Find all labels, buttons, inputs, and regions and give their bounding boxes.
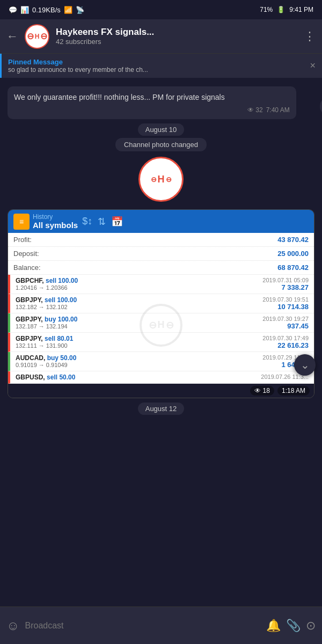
- time-display: 9:41 PM: [289, 6, 313, 13]
- trade-pair-action: GBPJPY, sell 100.00: [16, 296, 77, 304]
- channel-info[interactable]: Haykeens FX signals... 42 subscribers: [56, 27, 297, 46]
- scroll-down-button[interactable]: ⌄: [294, 354, 316, 376]
- trade-row: GBPCHF, sell 100.00 1.20416 → 1.20366 20…: [8, 275, 314, 294]
- trade-row: GBPJPY, sell 100.00 132.182 → 132.102 20…: [8, 294, 314, 313]
- trade-pair-action: GBPJPY, buy 100.00: [16, 316, 77, 323]
- pinned-close-button[interactable]: ×: [310, 60, 316, 71]
- status-bar: 💬 📊 0.19KB/s 📶 📡 71% 🔋 9:41 PM: [0, 0, 322, 19]
- channel-avatar: ⊖H⊖: [25, 24, 49, 49]
- channel-photo-changed: ⊖ H ⊖: [0, 157, 322, 202]
- input-bar: ☺ 🔔 📎 ⊙: [0, 606, 322, 644]
- subscriber-count: 42 subscribers: [56, 38, 297, 46]
- chat-area: We only guarantee profit!!! nothing less…: [0, 78, 322, 424]
- wifi-icon: 📶: [64, 6, 72, 14]
- message-time: 7:40 AM: [266, 106, 290, 114]
- system-message: Channel photo changed: [0, 140, 322, 149]
- eye-icon: 👁: [247, 106, 254, 114]
- pinned-text: so glad to announce to every member of t…: [8, 66, 266, 74]
- attach-button[interactable]: 📎: [286, 619, 301, 633]
- trade-pair-action: GBPCHF, sell 100.00: [16, 277, 78, 284]
- status-left: 💬 📊 0.19KB/s 📶 📡: [9, 6, 84, 14]
- profit-row: Profit: 43 870.42: [8, 233, 314, 247]
- history-header-icons: $↕ ⇅ 📅: [82, 216, 123, 228]
- history-header-text: History All symbols: [33, 213, 78, 230]
- whatsapp-icon: 💬: [9, 6, 17, 14]
- profit-value: 43 870.42: [277, 236, 309, 244]
- history-all-symbols: All symbols: [33, 221, 78, 230]
- trade-pair-action: GBPUSD, sell 50.00: [16, 374, 75, 381]
- trade-pair-action: AUDCAD, buy 50.00: [16, 354, 76, 362]
- channel-photo-circle: ⊖ H ⊖: [138, 157, 184, 202]
- message-text: We only guarantee profit!!! nothing less…: [14, 92, 290, 103]
- trades-container: GBPCHF, sell 100.00 1.20416 → 1.20366 20…: [8, 275, 314, 384]
- history-card-meta: 👁 18 1:18 AM: [8, 384, 314, 398]
- message-input[interactable]: [25, 621, 261, 631]
- trade-row: AUDCAD, buy 50.00 0.91019 → 0.91049 2019…: [8, 352, 314, 371]
- more-options-button[interactable]: ⋮: [304, 30, 316, 43]
- balance-value: 68 870.42: [277, 264, 309, 272]
- profit-label: Profit:: [13, 236, 32, 244]
- chat-header: ← ⊖H⊖ Haykeens FX signals... 42 subscrib…: [0, 19, 322, 54]
- share-button[interactable]: ↪: [320, 97, 322, 116]
- trade-row: GBPUSD, sell 50.00 2019.07.26 11:3...: [8, 371, 314, 384]
- history-top-label: History: [33, 213, 78, 221]
- history-icon: ≡: [13, 214, 30, 230]
- message-views: 👁 32: [247, 106, 262, 114]
- deposit-row: Deposit: 25 000.00: [8, 247, 314, 261]
- eye-icon: 👁: [254, 387, 261, 394]
- history-card: ≡ History All symbols $↕ ⇅ 📅 Profit: 43 …: [8, 209, 314, 398]
- balance-row: Balance: 68 870.42: [8, 261, 314, 275]
- status-right: 71% 🔋 9:41 PM: [260, 6, 313, 13]
- sort-icon: ⇅: [98, 216, 106, 228]
- date-label-aug10: August 10: [0, 125, 322, 134]
- history-header-left: ≡ History All symbols: [13, 213, 78, 230]
- battery-indicator: 71%: [260, 6, 273, 13]
- signal-icon: 📡: [76, 6, 84, 14]
- emoji-button[interactable]: ☺: [6, 618, 20, 633]
- pinned-title: Pinned Message: [8, 58, 310, 66]
- channel-photo-logo: ⊖ H ⊖: [151, 174, 172, 185]
- message-meta: 👁 32 7:40 AM: [14, 106, 290, 114]
- message-bubble: We only guarantee profit!!! nothing less…: [8, 86, 296, 119]
- balance-label: Balance:: [13, 264, 41, 272]
- avatar-logo: ⊖H⊖: [27, 31, 48, 41]
- pinned-content: Pinned Message so glad to announce to ev…: [8, 58, 310, 74]
- history-time-badge: 1:18 AM: [277, 386, 310, 396]
- back-button[interactable]: ←: [6, 30, 18, 43]
- trade-row: GBPJPY, buy 100.00 132.187 → 132.194 201…: [8, 313, 314, 333]
- history-body: Profit: 43 870.42 Deposit: 25 000.00 Bal…: [8, 233, 314, 384]
- speed-indicator: 0.19KB/s: [32, 6, 61, 14]
- date-label-aug12: August 12: [0, 404, 322, 413]
- history-views-badge: 👁 18: [250, 386, 274, 396]
- pinned-message-bar[interactable]: Pinned Message so glad to announce to ev…: [0, 54, 322, 78]
- deposit-label: Deposit:: [13, 250, 39, 258]
- monitor-icon: 📊: [20, 6, 29, 14]
- dollar-sort-icon: $↕: [82, 216, 92, 228]
- trade-pair-action: GBPJPY, sell 80.01: [16, 335, 73, 342]
- trade-row: GBPJPY, sell 80.01 132.111 → 131.900 201…: [8, 333, 314, 352]
- bell-icon[interactable]: 🔔: [266, 619, 281, 633]
- calendar-icon: 📅: [111, 216, 123, 228]
- deposit-value: 25 000.00: [277, 250, 309, 258]
- battery-icon: 🔋: [277, 6, 285, 13]
- channel-title: Haykeens FX signals...: [56, 27, 297, 38]
- mic-button[interactable]: ⊙: [306, 619, 316, 633]
- history-header: ≡ History All symbols $↕ ⇅ 📅: [8, 210, 314, 233]
